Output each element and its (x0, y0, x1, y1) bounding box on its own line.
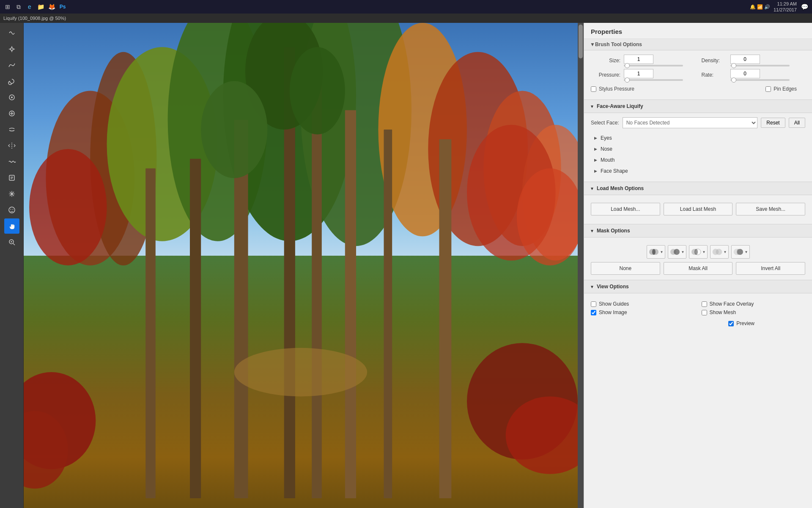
mirror-tool[interactable] (4, 138, 19, 153)
svg-point-34 (29, 149, 107, 265)
density-slider-thumb[interactable] (731, 63, 736, 68)
app-title: Liquify (100_0908.jpg @ 50%) (3, 16, 66, 21)
bloat-tool[interactable] (4, 106, 19, 121)
hand-tool[interactable] (4, 218, 19, 234)
svg-point-37 (234, 348, 367, 397)
face-tool[interactable] (4, 202, 19, 218)
file-explorer-icon[interactable]: 📁 (36, 3, 45, 11)
twirl-tool[interactable] (4, 74, 19, 89)
nose-subsection[interactable]: ▶ Nose (591, 144, 805, 155)
nose-label: Nose (601, 146, 612, 152)
notifications-icon[interactable]: 💬 (800, 3, 809, 11)
reconstruct-tool[interactable] (4, 41, 19, 57)
select-face-row: Select Face: No Faces Detected Reset All (591, 117, 805, 128)
firefox-icon[interactable]: 🦊 (47, 3, 56, 11)
titlebar: Liquify (100_0908.jpg @ 50%) (0, 14, 812, 23)
canvas-area[interactable] (24, 23, 584, 508)
size-col: Size: (591, 55, 695, 66)
nose-arrow: ▶ (594, 147, 597, 151)
stylus-pressure-label: Stylus Pressure (599, 86, 634, 92)
load-mesh-button[interactable]: Load Mesh... (591, 203, 660, 215)
task-view-icon[interactable]: ⧉ (14, 3, 23, 11)
view-options-grid: Show Guides Show Face Overlay Show Image… (591, 298, 805, 319)
turbulence-tool[interactable] (4, 154, 19, 169)
load-last-mesh-button[interactable]: Load Last Mesh (664, 203, 733, 215)
vertical-scrollbar[interactable] (578, 23, 584, 508)
face-shape-subsection[interactable]: ▶ Face Shape (591, 166, 805, 177)
scrollbar-thumb[interactable] (579, 25, 583, 58)
show-face-overlay-label: Show Face Overlay (710, 301, 754, 307)
zoom-tool[interactable] (4, 235, 19, 250)
show-image-label: Show Image (599, 309, 627, 315)
pin-edges-checkbox[interactable] (765, 86, 771, 92)
view-options-arrow: ▼ (590, 284, 594, 289)
mask-all-button[interactable]: Mask All (664, 262, 733, 275)
view-options-content: Show Guides Show Face Overlay Show Image… (584, 293, 812, 331)
face-aware-content: Select Face: No Faces Detected Reset All… (584, 113, 812, 181)
preview-checkbox[interactable] (728, 321, 734, 326)
size-slider-thumb[interactable] (625, 63, 630, 68)
load-mesh-arrow: ▼ (590, 186, 594, 191)
rate-slider[interactable] (730, 79, 790, 81)
svg-rect-28 (190, 159, 201, 498)
show-mesh-label: Show Mesh (710, 309, 736, 315)
thaw-mask-tool[interactable] (4, 186, 19, 202)
photoshop-icon[interactable]: Ps (58, 3, 67, 11)
pin-edges-row: Pin Edges (765, 86, 797, 92)
size-slider-group (624, 55, 683, 66)
mask-subtract-arrow: ▼ (702, 250, 706, 254)
select-face-dropdown[interactable]: No Faces Detected (623, 117, 758, 128)
eyes-subsection[interactable]: ▶ Eyes (591, 133, 805, 144)
mask-subtract-btn[interactable]: ▼ (689, 245, 708, 259)
reset-button[interactable]: Reset (761, 118, 785, 128)
brush-tool-section-header[interactable]: ▼ Brush Tool Options (584, 39, 812, 50)
svg-point-51 (716, 249, 722, 255)
toolbar (0, 23, 24, 508)
pressure-input[interactable] (624, 69, 653, 78)
edge-icon[interactable]: e (25, 3, 34, 11)
all-button[interactable]: All (789, 118, 805, 128)
push-left-tool[interactable] (4, 122, 19, 137)
show-guides-checkbox[interactable] (591, 301, 596, 307)
density-slider[interactable] (730, 65, 790, 66)
density-input[interactable] (730, 55, 760, 64)
svg-rect-30 (439, 139, 452, 498)
show-image-checkbox[interactable] (591, 310, 596, 315)
freeze-mask-tool[interactable] (4, 170, 19, 185)
rate-slider-thumb[interactable] (731, 77, 736, 83)
pressure-slider-thumb[interactable] (625, 77, 630, 83)
show-image-item: Show Image (591, 309, 695, 315)
rate-input[interactable] (730, 69, 760, 78)
svg-rect-29 (145, 168, 156, 498)
mouth-subsection[interactable]: ▶ Mouth (591, 155, 805, 166)
mask-replace-btn[interactable]: ▼ (647, 245, 665, 259)
taskbar: ⊞ ⧉ e 📁 🦊 Ps 🔔 📶 🔊 11:29 AM 11/27/2017 💬 (0, 0, 812, 14)
show-face-overlay-checkbox[interactable] (702, 301, 707, 307)
view-options-title: View Options (597, 284, 629, 290)
mask-invert-btn[interactable]: ▼ (731, 245, 750, 259)
properties-panel: Properties ▼ Brush Tool Options Size: (584, 23, 812, 508)
face-aware-section-header[interactable]: ▼ Face-Aware Liquify (584, 99, 812, 113)
view-options-section-header[interactable]: ▼ View Options (584, 280, 812, 293)
smooth-tool[interactable] (4, 58, 19, 73)
mask-intersect-btn[interactable]: ▼ (710, 245, 729, 259)
mask-intersect-arrow: ▼ (724, 250, 727, 254)
size-slider[interactable] (624, 65, 683, 66)
pucker-tool[interactable] (4, 90, 19, 105)
mask-options-arrow: ▼ (590, 229, 594, 233)
pressure-slider[interactable] (624, 79, 683, 81)
size-input[interactable] (624, 55, 653, 64)
show-mesh-checkbox[interactable] (702, 310, 707, 315)
load-mesh-title: Load Mesh Options (597, 185, 644, 191)
invert-all-button[interactable]: Invert All (736, 262, 805, 275)
warp-tool[interactable] (4, 25, 19, 41)
stylus-pressure-checkbox[interactable] (591, 86, 596, 92)
start-button[interactable]: ⊞ (3, 3, 12, 11)
mask-options-title: Mask Options (597, 228, 630, 234)
save-mesh-button[interactable]: Save Mesh... (736, 203, 805, 215)
mask-add-btn[interactable]: ▼ (668, 245, 686, 259)
mask-options-section-header[interactable]: ▼ Mask Options (584, 224, 812, 237)
eyes-arrow: ▶ (594, 136, 597, 140)
load-mesh-section-header[interactable]: ▼ Load Mesh Options (584, 182, 812, 195)
none-button[interactable]: None (591, 262, 660, 275)
